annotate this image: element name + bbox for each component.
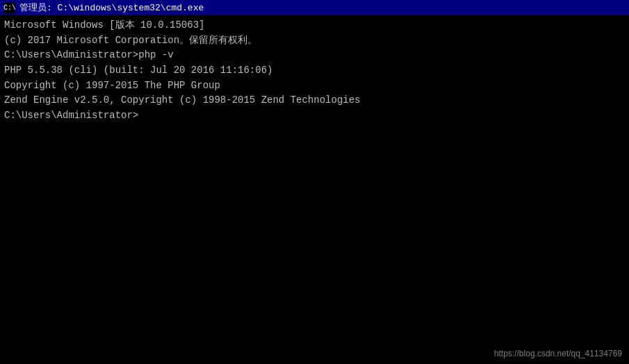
cmd-icon: C:\ [4, 2, 15, 13]
title-text: 管理员: C:\windows\system32\cmd.exe [19, 1, 204, 14]
terminal-line: (c) 2017 Microsoft Corporation。保留所有权利。 [4, 33, 625, 49]
terminal-line: Copyright (c) 1997-2015 The PHP Group [4, 78, 625, 94]
watermark: https://blog.csdn.net/qq_41134769 [494, 349, 622, 358]
terminal-body: Microsoft Windows [版本 10.0.15063](c) 201… [0, 15, 629, 364]
terminal-line: C:\Users\Administrator>php -v [4, 48, 625, 63]
terminal-line: Zend Engine v2.5.0, Copyright (c) 1998-2… [4, 93, 625, 108]
title-bar: C:\ 管理员: C:\windows\system32\cmd.exe [0, 0, 629, 15]
terminal-line: C:\Users\Administrator> [4, 108, 625, 124]
terminal-output: Microsoft Windows [版本 10.0.15063](c) 201… [4, 18, 625, 124]
terminal-line: Microsoft Windows [版本 10.0.15063] [4, 18, 625, 33]
terminal-line: PHP 5.5.38 (cli) (built: Jul 20 2016 11:… [4, 63, 625, 78]
